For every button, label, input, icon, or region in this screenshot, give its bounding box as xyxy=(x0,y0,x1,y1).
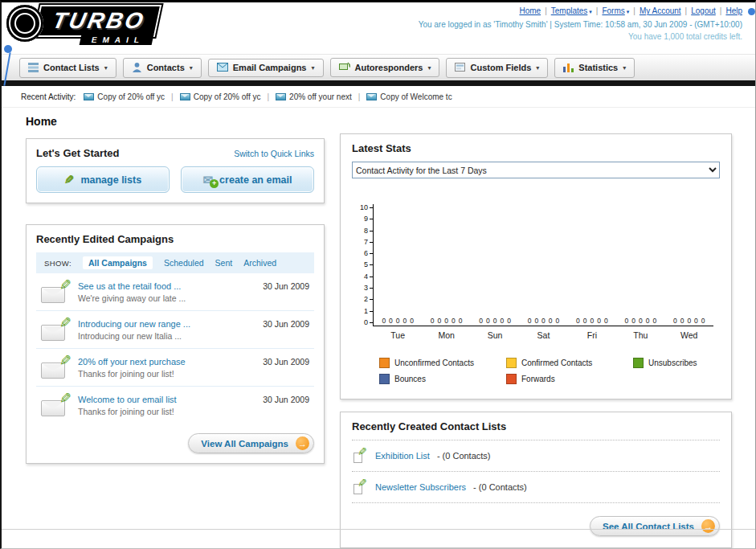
view-all-campaigns-button[interactable]: View All Campaigns → xyxy=(188,433,314,453)
y-axis-label: 0 xyxy=(352,319,373,326)
value-label: 0 xyxy=(486,317,490,325)
chart-x-labels: TueMonSunSatFriThuWed xyxy=(374,330,720,340)
statistics-icon xyxy=(563,62,574,74)
y-axis-label: 8 xyxy=(352,227,373,235)
y-axis-label: 4 xyxy=(352,273,373,281)
campaign-filter-bar: SHOW: All CampaignsScheduledSentArchived xyxy=(36,252,314,273)
chevron-down-icon: ▾ xyxy=(536,64,539,72)
recent-activity-item[interactable]: Copy of 20% off yc xyxy=(84,92,165,101)
value-label-group: 00000 xyxy=(665,317,713,325)
manage-lists-button[interactable]: ✎ manage lists xyxy=(36,166,170,193)
recent-activity-item[interactable]: Copy of 20% off yc xyxy=(180,92,261,101)
activity-separator: | xyxy=(358,92,361,101)
create-email-button[interactable]: ✉+ create an email xyxy=(181,166,314,193)
legend-label: Unconfirmed Contacts xyxy=(394,358,474,367)
campaign-title-link[interactable]: Introducing our new range ... xyxy=(78,319,256,329)
main-content: Home Let's Get Started Switch to Quick L… xyxy=(2,108,755,537)
activity-item-label: Copy of 20% off yc xyxy=(97,92,165,101)
legend-label: Unsubscribes xyxy=(648,358,697,367)
campaign-tab-scheduled[interactable]: Scheduled xyxy=(164,258,204,268)
value-label-group: 00000 xyxy=(616,317,664,325)
value-label: 0 xyxy=(639,317,643,325)
value-label-group: 00000 xyxy=(519,317,567,325)
nav-tab-label: Statistics xyxy=(578,63,618,72)
chevron-down-icon: ▾ xyxy=(311,64,314,72)
top-link-templates[interactable]: Templates▾ xyxy=(551,6,592,15)
chevron-down-icon: ▾ xyxy=(623,64,626,72)
logo-line2: EMAIL xyxy=(80,35,154,45)
y-axis-label: 9 xyxy=(352,215,373,223)
legend-swatch xyxy=(506,358,517,368)
manage-lists-label: manage lists xyxy=(80,174,141,186)
campaign-tab-sent[interactable]: Sent xyxy=(215,258,233,268)
application-window: TURBO EMAIL Home|Templates▾|Forms▾|My Ac… xyxy=(0,0,756,549)
credits-text: You have 1,000 total credits left. xyxy=(419,31,742,43)
envelope-icon xyxy=(366,93,377,100)
legend-label: Bounces xyxy=(394,375,426,383)
edit-email-icon: ✎ xyxy=(41,281,70,303)
value-label: 0 xyxy=(507,317,511,325)
x-axis-label: Thu xyxy=(616,330,664,340)
page-title: Home xyxy=(26,115,755,128)
view-all-campaigns-label: View All Campaigns xyxy=(201,439,288,449)
legend-label: Forwards xyxy=(521,375,555,383)
value-label: 0 xyxy=(382,317,386,325)
y-axis-label: 10 xyxy=(352,204,373,211)
campaign-tab-all-campaigns[interactable]: All Campaigns xyxy=(83,256,153,269)
top-nav-links: Home|Templates▾|Forms▾|My Account|Logout… xyxy=(519,6,742,15)
contact-list-row: ✎Newsletter Subscribers- (0 Contacts) xyxy=(352,472,720,503)
switch-quick-links-link[interactable]: Switch to Quick Links xyxy=(234,149,314,158)
activity-item-label: Copy of Welcome tc xyxy=(380,92,452,101)
x-axis-label: Wed xyxy=(665,330,713,340)
top-link-forms[interactable]: Forms▾ xyxy=(602,6,629,15)
campaign-title-link[interactable]: 20% off your next purchase xyxy=(78,357,256,367)
value-label: 0 xyxy=(673,317,677,325)
campaign-title-link[interactable]: See us at the retail food ... xyxy=(78,281,256,291)
nav-tab-autoresponders[interactable]: Autoresponders▾ xyxy=(330,58,440,77)
nav-tab-contact-lists[interactable]: Contact Lists▾ xyxy=(19,58,116,78)
value-label: 0 xyxy=(528,317,532,325)
link-separator: | xyxy=(633,6,635,15)
envelope-plus-icon: ✉+ xyxy=(203,174,214,186)
logo-line1: TURBO xyxy=(34,5,161,37)
top-link-my-account[interactable]: My Account xyxy=(640,6,681,15)
legend-item-confirmed-contacts: Confirmed Contacts xyxy=(506,358,627,368)
recent-activity-item[interactable]: Copy of Welcome tc xyxy=(366,92,452,101)
value-label: 0 xyxy=(389,317,393,325)
y-axis-label: 7 xyxy=(352,239,373,246)
top-link-logout[interactable]: Logout xyxy=(691,6,716,15)
nav-tab-custom-fields[interactable]: Custom Fields▾ xyxy=(446,58,548,78)
stats-period-select[interactable]: Contact Activity for the Last 7 Days xyxy=(352,162,720,178)
campaign-filter-tabs: All CampaignsScheduledSentArchived xyxy=(83,256,276,269)
nav-tab-contacts[interactable]: Contacts▾ xyxy=(123,58,202,78)
edit-email-icon: ✎ xyxy=(41,319,70,341)
campaign-tab-archived[interactable]: Archived xyxy=(243,258,276,268)
legend-item-unsubscribes: Unsubscribes xyxy=(633,358,738,368)
logo-text: TURBO EMAIL xyxy=(37,5,158,45)
x-axis-label: Mon xyxy=(422,330,470,340)
recent-activity-item[interactable]: 20% off your next xyxy=(276,92,352,101)
contact-list-count: - (0 Contacts) xyxy=(473,482,527,492)
nav-tab-statistics[interactable]: Statistics▾ xyxy=(554,58,635,78)
edit-list-icon: ✎ xyxy=(353,449,368,463)
nav-tab-email-campaigns[interactable]: Email Campaigns▾ xyxy=(208,59,324,77)
envelope-icon xyxy=(276,93,286,100)
campaigns-title: Recently Edited Campaigns xyxy=(36,233,314,245)
chart-legend: Unconfirmed ContactsConfirmed ContactsUn… xyxy=(379,358,720,384)
value-label: 0 xyxy=(410,317,414,325)
top-link-home[interactable]: Home xyxy=(519,6,541,15)
contact-list-name-link[interactable]: Newsletter Subscribers xyxy=(375,482,466,492)
get-started-title: Let's Get Started xyxy=(36,147,120,159)
see-all-contact-lists-button[interactable]: See All Contact Lists → xyxy=(590,516,720,536)
campaign-text: 20% off your next purchaseThanks for joi… xyxy=(78,357,256,379)
campaign-title-link[interactable]: Welcome to our email list xyxy=(78,395,256,404)
value-label-group: 00000 xyxy=(374,317,422,325)
top-link-help[interactable]: Help xyxy=(725,6,742,15)
contact-list-name-link[interactable]: Exhibition List xyxy=(375,451,430,461)
campaign-list: ✎See us at the retail food ...We're givi… xyxy=(36,273,314,424)
link-separator: | xyxy=(685,6,688,15)
nav-tab-label: Contact Lists xyxy=(43,63,100,72)
campaign-date: 30 Jun 2009 xyxy=(263,395,309,404)
y-axis-label: 6 xyxy=(352,250,373,257)
contact-list-items: ✎Exhibition List- (0 Contacts)✎Newslette… xyxy=(352,440,720,503)
